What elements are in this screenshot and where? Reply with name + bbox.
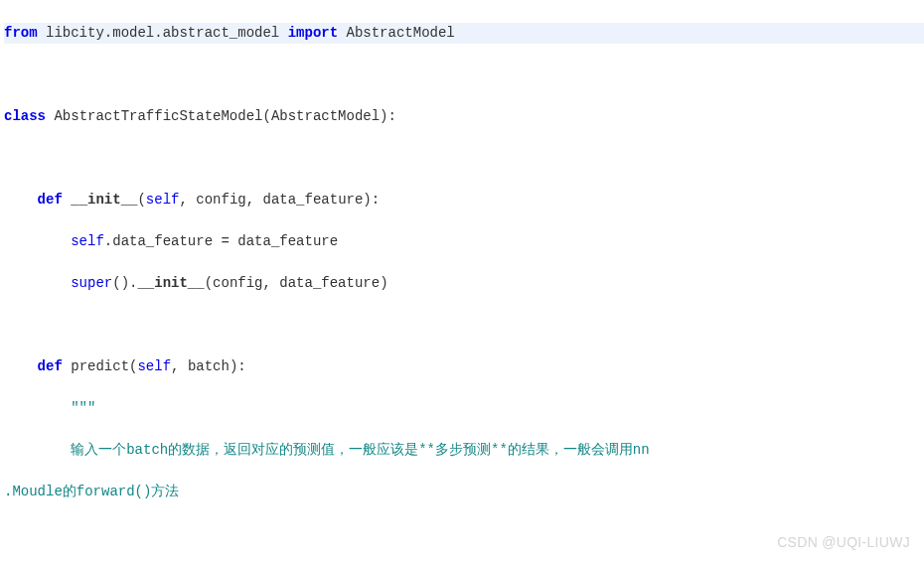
code-line <box>4 65 924 85</box>
code-line: def __init__(self, config, data_feature)… <box>4 190 924 210</box>
keyword-class: class <box>4 108 46 124</box>
keyword-from: from <box>4 25 38 41</box>
code-line: .Moudle的forward()方法 <box>4 482 924 502</box>
code-block: from libcity.model.abstract_model import… <box>0 0 924 561</box>
code-line: class AbstractTrafficStateModel(Abstract… <box>4 106 924 127</box>
code-line <box>4 148 924 169</box>
code-line: from libcity.model.abstract_model import… <box>4 23 924 44</box>
code-line: 输入一个batch的数据，返回对应的预测值，一般应该是**多步预测**的结果，一… <box>4 440 924 461</box>
code-line: self.data_feature = data_feature <box>4 231 924 252</box>
code-line: def predict(self, batch): <box>4 356 924 377</box>
keyword-def: def <box>38 192 63 208</box>
code-line: super().__init__(config, data_feature) <box>4 273 924 294</box>
watermark: CSDN @UQI-LIUWJ <box>777 532 910 553</box>
code-line <box>4 315 924 336</box>
keyword-def: def <box>38 358 63 374</box>
keyword-import: import <box>288 25 338 41</box>
code-line: """ <box>4 398 924 419</box>
